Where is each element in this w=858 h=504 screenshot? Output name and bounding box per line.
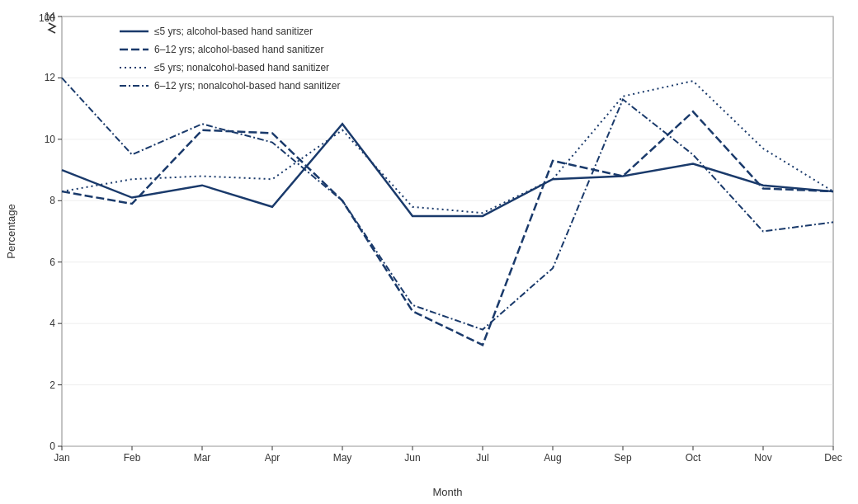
svg-text:0: 0 [50,440,55,452]
svg-text:Percentage: Percentage [5,204,17,259]
chart-svg: (function() { const data = JSON.parse(do… [0,0,858,504]
svg-text:≤5 yrs;  nonalcohol-based hand: ≤5 yrs; nonalcohol-based hand sanitizer [154,62,329,73]
chart-container: (function() { const data = JSON.parse(do… [0,0,858,504]
svg-text:Sep: Sep [614,452,632,464]
svg-text:Feb: Feb [124,452,141,464]
svg-text:2: 2 [50,379,55,391]
svg-text:6–12 yrs; alcohol-based hand s: 6–12 yrs; alcohol-based hand sanitizer [154,44,323,55]
svg-text:6: 6 [50,257,55,268]
svg-text:Aug: Aug [544,452,561,464]
svg-text:100: 100 [39,12,55,24]
svg-text:8: 8 [50,195,55,206]
svg-text:Mar: Mar [194,452,211,464]
svg-text:Apr: Apr [265,452,280,464]
svg-text:10: 10 [45,134,56,145]
svg-text:4: 4 [50,318,55,329]
svg-text:Jul: Jul [476,452,488,464]
svg-text:≤5 yrs;  alcohol-based hand sa: ≤5 yrs; alcohol-based hand sanitizer [154,26,313,37]
svg-text:12: 12 [45,72,56,83]
svg-text:Jan: Jan [54,452,69,464]
svg-text:Month: Month [432,486,462,498]
svg-text:6–12 yrs; nonalcohol-based han: 6–12 yrs; nonalcohol-based hand sanitize… [154,80,340,92]
svg-text:Dec: Dec [824,452,842,464]
svg-text:Nov: Nov [754,452,771,464]
svg-text:Oct: Oct [686,452,701,464]
svg-text:May: May [333,452,352,464]
svg-text:Jun: Jun [404,452,420,464]
